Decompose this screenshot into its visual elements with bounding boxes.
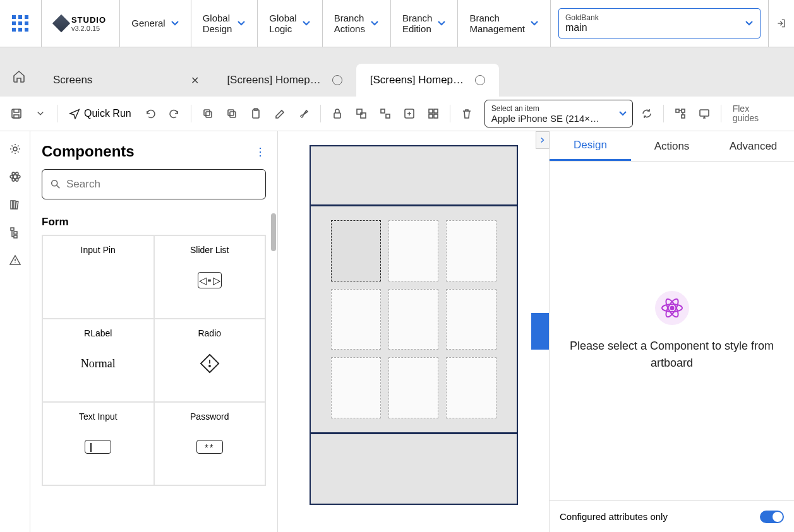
rail-warnings-button[interactable] [6,251,24,269]
lock-button[interactable] [327,103,347,124]
unsaved-indicator-icon [332,75,342,85]
right-panel: Design Actions Advanced Please select a … [549,131,794,532]
components-grid: Input Pin Slider List ◁≡▷ RLabel Normal … [42,235,266,486]
device-dropdown[interactable]: Select an item Apple iPhone SE (214×… [484,100,633,127]
menu-label: General [131,18,165,28]
artboard-tile[interactable] [388,289,438,350]
components-search[interactable] [42,169,266,199]
menu-general[interactable]: General [120,0,191,47]
copy-button[interactable] [198,103,218,124]
scrollbar-thumb[interactable] [271,213,276,251]
svg-rect-31 [14,235,17,238]
flex-guides-toggle[interactable]: Flex guides [733,104,759,124]
tab-design[interactable]: Design [550,131,631,161]
redo-button[interactable] [164,103,184,124]
layout-button[interactable] [423,103,443,124]
tab-actions[interactable]: Actions [631,131,713,161]
component-input-pin[interactable]: Input Pin [42,235,154,319]
tab-homepage-2[interactable]: [Screens] Homep… [356,64,499,97]
send-icon [69,108,80,119]
search-input[interactable] [66,178,258,191]
chevron-down-icon [171,19,179,28]
home-icon [12,69,26,83]
right-panel-footer: Configured attributes only [550,500,794,532]
monitor-view-button[interactable] [694,103,714,124]
toolbar: Quick Run Select an item Apple iPhone SE… [0,97,794,131]
canvas-area [278,131,549,532]
artboard-tile[interactable] [388,220,438,281]
close-icon[interactable]: ✕ [191,74,199,86]
artboard-tile[interactable] [331,220,381,281]
component-password[interactable]: Password ** [154,402,266,485]
component-text-input[interactable]: Text Input [42,402,154,485]
chevron-down-icon [302,19,311,28]
brush-button[interactable] [294,103,314,124]
svg-rect-21 [700,110,709,116]
more-options-button[interactable]: ⋯ [254,146,268,157]
ungroup-button[interactable] [375,103,395,124]
menu-global-logic[interactable]: Global Logic [258,0,322,47]
save-button[interactable] [6,103,27,124]
warning-icon [9,254,21,266]
chevron-down-icon [530,19,539,28]
rlabel-icon: Normal [84,350,112,377]
apps-launcher-button[interactable] [0,0,42,47]
component-rlabel[interactable]: RLabel Normal [42,319,154,402]
artboard-header[interactable] [311,146,517,206]
tab-screens[interactable]: Screens ✕ [39,64,213,97]
delete-button[interactable] [457,103,477,124]
menu-branch-management[interactable]: Branch Management [458,0,551,47]
save-dropdown-button[interactable] [30,103,51,124]
component-label: Input Pin [81,245,116,255]
svg-rect-20 [682,115,685,118]
configured-attributes-toggle[interactable] [760,511,784,523]
artboard-tile[interactable] [388,357,438,418]
device-frame[interactable] [310,145,518,505]
tab-label: Screens [53,74,92,86]
undo-button[interactable] [140,103,160,124]
artboard-footer[interactable] [311,434,517,504]
artboard-tile[interactable] [446,220,496,281]
paste-button[interactable] [246,103,266,124]
rail-atoms-button[interactable] [6,168,24,186]
tree-view-button[interactable] [670,103,690,124]
menu-global-design[interactable]: Global Design [191,0,258,47]
side-handle[interactable] [531,313,549,350]
component-radio[interactable]: Radio [154,319,266,402]
artboard-tile[interactable] [446,289,496,350]
cut-button[interactable] [222,103,242,124]
edit-button[interactable] [270,103,290,124]
component-slider-list[interactable]: Slider List ◁≡▷ [154,235,266,319]
collapse-right-panel-button[interactable] [536,131,550,149]
configured-attributes-label: Configured attributes only [560,511,668,522]
svg-rect-30 [14,232,17,234]
chevron-down-icon [618,109,627,118]
apps-grid-icon [12,15,28,32]
right-panel-tabs: Design Actions Advanced [550,131,794,162]
tab-advanced[interactable]: Advanced [713,131,794,161]
home-button[interactable] [6,64,32,89]
menu-branch-actions[interactable]: Branch Actions [323,0,391,47]
add-button[interactable] [399,103,419,124]
app-logo: STUDIO v3.2.0.15 [42,0,121,47]
text-input-icon [84,433,112,461]
menu-branch-edition[interactable]: Branch Edition [391,0,459,47]
chevron-down-icon [370,19,379,28]
branch-select-value: main [565,22,754,33]
artboard-tile[interactable] [331,289,381,350]
artboard-tile[interactable] [446,357,496,418]
quick-run-button[interactable]: Quick Run [64,108,136,119]
group-button[interactable] [351,103,371,124]
rail-tree-button[interactable] [6,223,24,241]
refresh-button[interactable] [637,103,657,124]
login-button[interactable] [769,0,794,47]
artboard-tile[interactable] [331,357,381,418]
artboard-body[interactable] [311,206,517,434]
rail-library-button[interactable] [6,196,24,213]
slider-list-icon: ◁≡▷ [196,266,224,294]
rail-settings-button[interactable] [6,140,24,158]
branch-dropdown[interactable]: GoldBank main [558,8,761,38]
tab-homepage-1[interactable]: [Screens] Homep… [213,64,356,97]
tab-label: [Screens] Homep… [370,74,464,86]
svg-point-34 [209,365,210,367]
